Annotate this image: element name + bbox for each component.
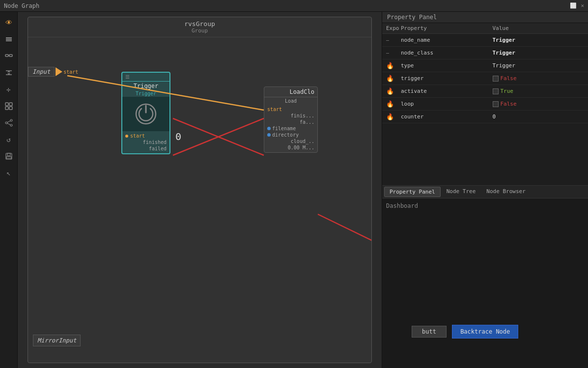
sidebar-icon-node[interactable] [2, 49, 16, 63]
failed-port-label: failed [149, 146, 167, 151]
input-port: start [63, 69, 78, 75]
loadclo-ports: start finis... fa... filename [264, 105, 317, 152]
svg-line-24 [173, 118, 264, 155]
power-icon [134, 102, 158, 126]
sidebar-icon-module[interactable] [2, 99, 16, 113]
tab-node-tree[interactable]: Node Tree [442, 187, 481, 197]
node-graph-group: Input start ☰ Trigger Trigger [28, 37, 371, 361]
sidebar-icon-eye[interactable]: 👁 [2, 16, 16, 29]
sidebar-icon-crosshair[interactable]: ✛ [2, 83, 16, 96]
group-header: rvsGroup Group [28, 17, 371, 37]
close-btn[interactable]: ✕ [581, 2, 584, 9]
sidebar-icon-cursor[interactable]: ↖ [2, 166, 16, 180]
trigger-checkbox[interactable] [493, 76, 499, 82]
panel-tabs: Property Panel Node Tree Node Browser [382, 185, 588, 198]
svg-rect-9 [9, 103, 12, 106]
start-port [125, 135, 128, 138]
prop-row-type: 🔥 type Trigger [382, 59, 588, 72]
backtrace-node-button[interactable]: Backtrace Node [452, 325, 518, 339]
main-layout: 👁 ✛ ↺ ↖ rvsGroup Group [0, 12, 588, 368]
dashboard-butt-button[interactable]: butt [412, 326, 447, 338]
sidebar-icon-flatten[interactable] [2, 66, 16, 80]
prop-row-loop[interactable]: 🔥 loop False [382, 98, 588, 111]
tab-property-panel[interactable]: Property Panel [384, 187, 441, 197]
load-finish-label: finis... [291, 113, 314, 118]
loadclo-title: LoadClo [289, 88, 314, 95]
prop-row-trigger[interactable]: 🔥 trigger False [382, 72, 588, 85]
load-fa-label: fa... [300, 119, 314, 125]
expo-header: Expo [386, 25, 401, 31]
trigger-expo-icon: 🔥 [386, 75, 394, 82]
restore-btn[interactable]: ⬜ [570, 2, 577, 9]
number-label: 0 [175, 131, 181, 142]
finished-port-label: finished [143, 140, 167, 145]
loop-expo-icon: 🔥 [386, 100, 394, 108]
group-container: rvsGroup Group Input start ☰ Trigger Tri… [28, 17, 372, 363]
input-label: Input [28, 67, 55, 77]
left-sidebar: 👁 ✛ ↺ ↖ [0, 12, 18, 368]
title-bar: Node Graph ⬜ ✕ [0, 0, 588, 12]
svg-rect-4 [9, 55, 12, 57]
svg-rect-10 [5, 107, 8, 110]
directory-dot [267, 133, 271, 137]
svg-rect-0 [6, 37, 12, 38]
trigger-menu-icon[interactable]: ☰ [125, 74, 130, 80]
size-label: 0.00 M... [288, 145, 314, 150]
node-graph-area[interactable]: rvsGroup Group Input start ☰ Trigger Tri… [18, 12, 382, 368]
loadclo-subtitle: Load [264, 97, 317, 105]
trigger-icon-area [122, 97, 169, 131]
svg-line-16 [7, 123, 10, 125]
loadclo-node[interactable]: LoadClo Load start finis... fa... [264, 86, 318, 153]
sidebar-icon-save[interactable] [2, 149, 16, 163]
mirror-input: MirrorInput [33, 335, 81, 346]
counter-expo-icon: 🔥 [386, 113, 394, 120]
svg-rect-17 [6, 153, 12, 159]
svg-rect-19 [6, 157, 11, 159]
property-table: Expo Property Value — node_name Trigger … [382, 23, 588, 185]
filename-label: filename [272, 126, 296, 131]
svg-rect-18 [7, 153, 10, 156]
cloud-label: cloud_.. [291, 139, 314, 144]
trigger-ports: start finished failed [122, 131, 169, 153]
group-title: rvsGroup [31, 20, 368, 28]
svg-rect-3 [5, 55, 8, 57]
right-panel: Property Panel Expo Property Value — nod… [382, 12, 588, 368]
group-subtitle: Group [31, 28, 368, 34]
value-header: Value [493, 25, 585, 31]
svg-line-23 [173, 118, 264, 155]
prop-row-activate[interactable]: 🔥 activate True [382, 85, 588, 98]
tab-node-browser[interactable]: Node Browser [481, 187, 530, 197]
mirror-input-label: MirrorInput [37, 337, 76, 344]
input-arrow [56, 67, 62, 76]
dashboard-label: Dashboard [386, 202, 584, 209]
svg-rect-11 [9, 107, 12, 110]
directory-label: directory [272, 132, 299, 138]
svg-line-25 [318, 214, 371, 254]
filename-dot [267, 127, 271, 130]
property-panel-title: Property Panel [382, 12, 588, 23]
svg-line-15 [7, 121, 10, 122]
trigger-subtitle: Trigger [122, 90, 169, 97]
svg-rect-1 [6, 39, 12, 40]
svg-rect-2 [6, 40, 12, 41]
dashboard-button-area: butt Backtrace Node [412, 325, 518, 339]
sidebar-icon-share[interactable] [2, 116, 16, 130]
prop-table-header: Expo Property Value [382, 23, 588, 34]
prop-row-node-name: — node_name Trigger [382, 34, 588, 47]
activate-checkbox[interactable] [493, 88, 499, 94]
svg-point-12 [10, 119, 12, 121]
trigger-node[interactable]: ☰ Trigger Trigger [121, 72, 170, 154]
svg-rect-8 [5, 103, 8, 106]
activate-expo-icon: 🔥 [386, 87, 394, 95]
svg-point-14 [10, 124, 12, 126]
title-bar-title: Node Graph [4, 2, 39, 9]
prop-row-node-class: — node_class Trigger [382, 47, 588, 59]
trigger-title: Trigger [122, 82, 169, 90]
sidebar-icon-refresh[interactable]: ↺ [2, 133, 16, 146]
sidebar-icon-layers[interactable] [2, 32, 16, 46]
dashboard-area: Dashboard butt Backtrace Node [382, 198, 588, 368]
input-node: Input start [28, 67, 78, 77]
svg-point-13 [5, 122, 7, 124]
type-expo-icon: 🔥 [386, 62, 394, 69]
loop-checkbox[interactable] [493, 101, 499, 107]
